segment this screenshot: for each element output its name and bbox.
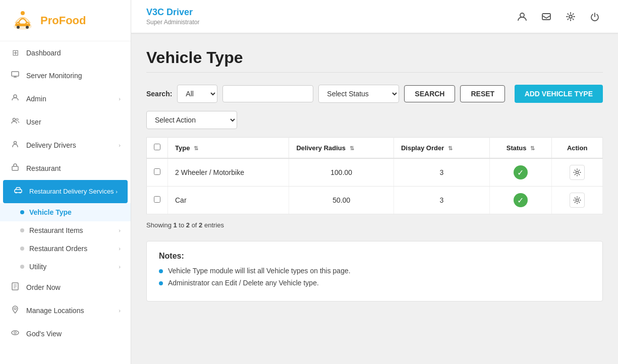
- table-row: 2 Wheeler / Motorbike 100.00 3 ✓: [147, 158, 603, 187]
- row-display-order: 3: [394, 187, 489, 214]
- notifications-icon[interactable]: [538, 9, 554, 25]
- col-display-order[interactable]: Display Order ⇅: [394, 138, 489, 159]
- car-icon: [13, 187, 23, 197]
- col-status[interactable]: Status ⇅: [489, 138, 552, 159]
- sidebar-item-restaurant-delivery-services[interactable]: Restaurant Delivery Services ›: [3, 180, 128, 203]
- svg-point-18: [520, 13, 524, 17]
- svg-point-12: [16, 192, 17, 194]
- sort-icon: ⇅: [448, 145, 453, 151]
- bullet-icon: [159, 269, 163, 273]
- notes-title: Notes:: [159, 252, 590, 261]
- row-select-checkbox[interactable]: [154, 168, 160, 175]
- row-checkbox: [147, 158, 168, 187]
- svg-rect-5: [12, 72, 19, 76]
- order-icon: [10, 282, 20, 292]
- sidebar-item-delivery-drivers[interactable]: Delivery Drivers ›: [0, 134, 131, 157]
- select-all-checkbox[interactable]: [154, 144, 160, 150]
- svg-point-20: [569, 15, 572, 18]
- row-action: [552, 158, 603, 187]
- row-status: ✓: [489, 187, 552, 214]
- svg-point-21: [576, 171, 579, 174]
- sidebar-item-server-monitoring[interactable]: Server Monitoring: [0, 64, 131, 87]
- sidebar-item-label: Admin: [26, 95, 46, 103]
- sidebar-item-manage-locations[interactable]: Manage Locations ›: [0, 299, 131, 322]
- sub-item-label: Restaurant Orders: [29, 245, 87, 253]
- reset-button[interactable]: RESET: [460, 85, 505, 102]
- showing-total: 2: [199, 221, 202, 229]
- showing-to: 2: [186, 221, 190, 229]
- svg-point-4: [26, 26, 29, 29]
- sidebar-item-admin[interactable]: Admin ›: [0, 87, 131, 110]
- sidebar-item-user[interactable]: User: [0, 110, 131, 134]
- chevron-icon: ›: [119, 227, 121, 233]
- svg-point-7: [13, 118, 16, 121]
- notes-item: Administrator can Edit / Delete any Vehi…: [159, 279, 590, 287]
- settings-icon[interactable]: [563, 9, 579, 25]
- status-active-icon: ✓: [514, 193, 528, 207]
- delivery-icon: [10, 140, 20, 150]
- chevron-icon: ›: [119, 96, 121, 102]
- monitor-icon: [10, 71, 20, 81]
- sub-item-label: Vehicle Type: [29, 208, 72, 216]
- main-content: V3C Driver Super Administrator Vehicle T…: [131, 0, 618, 364]
- sidebar-item-dashboard[interactable]: ⊞ Dashboard: [0, 41, 131, 64]
- sidebar-item-order-now[interactable]: Order Now: [0, 276, 131, 299]
- dashboard-icon: ⊞: [10, 48, 20, 57]
- search-bar: Search: All Select Status SEARCH RESET A…: [146, 85, 603, 103]
- row-type: Car: [168, 187, 289, 214]
- search-button[interactable]: SEARCH: [404, 85, 455, 102]
- eye-icon: [10, 329, 20, 339]
- status-select[interactable]: Select Status: [318, 85, 399, 103]
- notes-text: Vehicle Type module will list all Vehicl…: [168, 267, 351, 275]
- search-label: Search:: [146, 90, 172, 98]
- sort-icon: ⇅: [194, 145, 198, 151]
- sidebar-item-restaurant[interactable]: Restaurant: [0, 157, 131, 180]
- svg-rect-10: [12, 166, 18, 170]
- sort-icon: ⇅: [530, 145, 535, 151]
- svg-point-22: [576, 199, 579, 202]
- bullet-icon: [159, 281, 163, 285]
- svg-point-13: [20, 192, 21, 194]
- sub-item-label: Utility: [29, 263, 46, 271]
- power-icon[interactable]: [587, 9, 603, 25]
- chevron-icon: ›: [119, 264, 121, 270]
- svg-point-17: [14, 332, 16, 334]
- row-action: [552, 187, 603, 214]
- search-filter-select[interactable]: All: [177, 85, 217, 103]
- row-checkbox: [147, 187, 168, 214]
- sidebar-item-label: Delivery Drivers: [26, 141, 76, 149]
- sidebar-item-label: Server Monitoring: [26, 72, 82, 80]
- gear-action-button[interactable]: [570, 165, 585, 180]
- sub-item-vehicle-type[interactable]: Vehicle Type: [0, 203, 131, 221]
- sub-item-utility[interactable]: Utility ›: [0, 258, 131, 276]
- search-input[interactable]: [222, 85, 313, 102]
- row-display-order: 3: [394, 158, 489, 187]
- svg-point-3: [17, 26, 20, 29]
- action-select[interactable]: Select Action: [146, 111, 237, 129]
- svg-point-15: [14, 308, 16, 310]
- vehicle-type-table: Type ⇅ Delivery Radius ⇅ Display Order ⇅…: [146, 137, 603, 214]
- add-vehicle-type-button[interactable]: ADD VEHICLE TYPE: [515, 85, 603, 103]
- notes-item: Vehicle Type module will list all Vehicl…: [159, 267, 590, 275]
- svg-rect-2: [15, 24, 30, 26]
- col-delivery-radius[interactable]: Delivery Radius ⇅: [289, 138, 394, 159]
- admin-icon: [10, 94, 20, 104]
- sidebar-item-gods-view[interactable]: God's View: [0, 322, 131, 345]
- title-divider: [146, 72, 603, 73]
- sub-dot: [20, 228, 24, 232]
- page-title: Vehicle Type: [146, 48, 603, 67]
- chevron-icon: ›: [116, 189, 118, 195]
- topbar-info: V3C Driver Super Administrator: [146, 7, 199, 26]
- gear-action-button[interactable]: [570, 193, 585, 208]
- sub-dot: [20, 247, 24, 251]
- sub-dot: [20, 210, 24, 214]
- sub-item-restaurant-orders[interactable]: Restaurant Orders ›: [0, 239, 131, 258]
- row-status: ✓: [489, 158, 552, 187]
- row-delivery-radius: 100.00: [289, 158, 394, 187]
- showing-text: Showing 1 to 2 of 2 entries: [146, 221, 603, 229]
- sub-item-restaurant-items[interactable]: Restaurant Items ›: [0, 221, 131, 239]
- col-type[interactable]: Type ⇅: [168, 138, 289, 159]
- row-select-checkbox[interactable]: [154, 196, 160, 203]
- chevron-icon: ›: [119, 308, 121, 314]
- user-profile-icon[interactable]: [514, 9, 530, 25]
